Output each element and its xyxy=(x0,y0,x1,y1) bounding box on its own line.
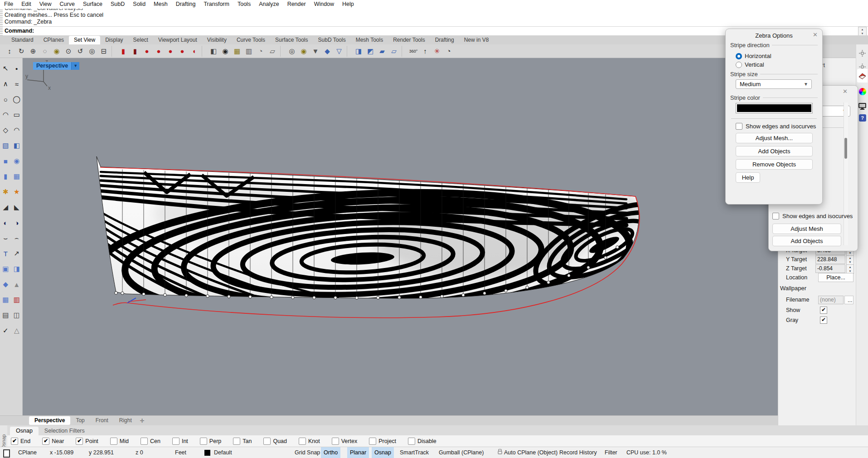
ellipse-icon[interactable]: ◯ xyxy=(12,94,22,104)
shadow-view-icon[interactable]: ◔ xyxy=(255,46,266,57)
viewport-tab-top[interactable]: Top xyxy=(70,416,90,425)
viewport-tab-front[interactable]: Front xyxy=(90,416,114,425)
toolbar-tab-display[interactable]: Display xyxy=(100,36,128,44)
camera-icon[interactable]: ◉ xyxy=(220,46,231,57)
adjust-mesh-button[interactable]: Adjust Mesh... xyxy=(736,133,813,143)
named-views-icon[interactable]: ▥ xyxy=(243,46,254,57)
pane-split-right-icon[interactable]: ◩ xyxy=(365,46,376,57)
horizontal-radio[interactable] xyxy=(736,53,742,59)
layer-color-swatch[interactable] xyxy=(204,450,210,456)
top-view-icon[interactable]: ● xyxy=(165,46,176,57)
clock-view-icon[interactable]: ◔ xyxy=(443,46,454,57)
spinner-up-icon[interactable]: ▲ xyxy=(861,28,864,31)
status-grid-snap[interactable]: Grid Snap xyxy=(292,447,323,458)
rotate-90-view-icon[interactable]: ◖ xyxy=(189,46,199,57)
save-view-icon[interactable]: ▦ xyxy=(232,46,242,57)
viewport-tab-perspective[interactable]: Perspective xyxy=(29,416,70,425)
zoom-1to1-icon[interactable]: ⊟ xyxy=(98,46,109,57)
add-objects-button-docked[interactable]: Add Objects xyxy=(772,236,841,246)
status-ortho[interactable]: Ortho xyxy=(321,447,340,458)
checkbox-unchecked-icon[interactable] xyxy=(233,438,240,445)
back-view-icon[interactable]: ▮ xyxy=(130,46,141,57)
status-planar[interactable]: Planar xyxy=(347,447,369,458)
menu-edit[interactable]: Edit xyxy=(17,0,35,9)
show-checkbox[interactable]: ✔ xyxy=(820,307,827,314)
stripe-color-swatch[interactable] xyxy=(736,103,813,113)
gear-icon[interactable] xyxy=(857,48,868,58)
turntable-360-icon[interactable]: 360° xyxy=(408,46,419,57)
toolbar-tab-set-view[interactable]: Set View xyxy=(69,36,100,44)
spinner-up-icon[interactable]: ▲ xyxy=(849,266,852,268)
front-view-icon[interactable]: ▮ xyxy=(118,46,129,57)
rotate-view-icon[interactable]: ↻ xyxy=(16,46,27,57)
burst-icon[interactable]: ★ xyxy=(12,187,22,197)
help-question-icon[interactable]: ? xyxy=(857,112,868,123)
menu-curve[interactable]: Curve xyxy=(56,0,79,9)
osnap-toggle-int[interactable]: Int xyxy=(172,438,188,445)
zoom-lens-icon[interactable]: ◎ xyxy=(87,46,97,57)
view-cone-icon[interactable]: ▽ xyxy=(334,46,344,57)
vertical-radio-label[interactable]: Vertical xyxy=(745,61,764,68)
set-view-circle-icon[interactable]: ◎ xyxy=(286,46,297,57)
section-icon[interactable]: ▥ xyxy=(12,295,22,305)
spinner-down-icon[interactable]: ▼ xyxy=(849,270,852,273)
status-osnap[interactable]: Osnap xyxy=(372,447,394,458)
pane-split-left-icon[interactable]: ◨ xyxy=(353,46,364,57)
toolbar-tab-cplanes[interactable]: CPlanes xyxy=(39,36,69,44)
trim-icon[interactable]: ◢ xyxy=(0,202,10,212)
spinner-up-icon[interactable]: ▲ xyxy=(849,257,852,259)
smarttrack-compass-icon[interactable]: ✳ xyxy=(432,46,442,57)
checkbox-checked-icon[interactable]: ✔ xyxy=(42,438,49,445)
zoom-dynamic-icon[interactable]: ⊕ xyxy=(28,46,39,57)
boolean-difference-icon[interactable]: ◑ xyxy=(12,218,22,228)
zoom-window-icon[interactable]: ◌ xyxy=(39,46,50,57)
menu-file[interactable]: File xyxy=(0,0,17,9)
osnap-toggle-end[interactable]: ✔End xyxy=(11,438,30,445)
osnap-toggle-cen[interactable]: Cen xyxy=(141,438,160,445)
checkbox-unchecked-icon[interactable] xyxy=(299,438,306,445)
properties-tab-icon[interactable] xyxy=(857,69,868,83)
chevron-down-icon[interactable]: ▼ xyxy=(71,62,79,70)
status-record-history[interactable]: Record History xyxy=(557,447,600,458)
text-icon[interactable]: T xyxy=(0,248,10,258)
status-units[interactable]: Feet xyxy=(172,447,189,458)
new-viewport-tab-icon[interactable]: ✛ xyxy=(140,418,145,424)
sphere-icon[interactable]: ◉ xyxy=(12,156,22,166)
osnap-toggle-quad[interactable]: Quad xyxy=(263,438,287,445)
align-icon[interactable]: ◨ xyxy=(12,264,22,274)
boolean-union-icon[interactable]: ◐ xyxy=(0,218,10,228)
menu-render[interactable]: Render xyxy=(283,0,310,9)
status-filter[interactable]: Filter xyxy=(602,447,620,458)
status-coord-x[interactable]: x -15.089 xyxy=(47,447,76,458)
osnap-toggle-perp[interactable]: Perp xyxy=(200,438,221,445)
spinner-down-icon[interactable]: ▼ xyxy=(849,261,852,263)
checkbox-checked-icon[interactable]: ✔ xyxy=(11,438,18,445)
close-icon[interactable]: ✕ xyxy=(843,88,848,95)
curve-blend-icon[interactable]: ⌢ xyxy=(12,233,22,243)
toolbar-tab-render-tools[interactable]: Render Tools xyxy=(388,36,430,44)
surface-grid-icon[interactable]: ▦ xyxy=(12,171,22,181)
plane-a-icon[interactable]: ▰ xyxy=(377,46,388,57)
menu-mesh[interactable]: Mesh xyxy=(150,0,172,9)
status-layer-default[interactable]: Default xyxy=(211,447,235,458)
checkbox-unchecked-icon[interactable] xyxy=(110,438,117,445)
camera-show-icon[interactable]: ◧ xyxy=(208,46,219,57)
fillet-curve-icon[interactable]: ◠ xyxy=(12,125,22,135)
rectangle-icon[interactable]: ▭ xyxy=(12,110,22,120)
osnap-toggle-knot[interactable]: Knot xyxy=(299,438,320,445)
checkbox-checked-icon[interactable]: ✔ xyxy=(76,438,83,445)
display-monitor-icon[interactable] xyxy=(857,101,868,112)
help-button[interactable]: Help xyxy=(736,172,760,183)
osnap-toggle-vertex[interactable]: Vertex xyxy=(332,438,357,445)
viewport-title[interactable]: Perspective ▼ xyxy=(33,62,79,70)
stripe-size-select[interactable]: Medium ▼ xyxy=(736,79,812,89)
browse-button[interactable]: ... xyxy=(844,296,853,304)
zoom-extents-icon[interactable]: ⊙ xyxy=(63,46,74,57)
scrollbar[interactable] xyxy=(844,102,848,245)
menu-surface[interactable]: Surface xyxy=(79,0,107,9)
adjust-mesh-button-docked[interactable]: Adjust Mesh xyxy=(772,224,841,234)
toolbar-tab-new-in-v8[interactable]: New in V8 xyxy=(459,36,494,44)
osnap-toggle-project[interactable]: Project xyxy=(369,438,396,445)
walkabout-icon[interactable]: ↑ xyxy=(420,46,431,57)
show-edges-checkbox-docked[interactable] xyxy=(772,213,779,219)
